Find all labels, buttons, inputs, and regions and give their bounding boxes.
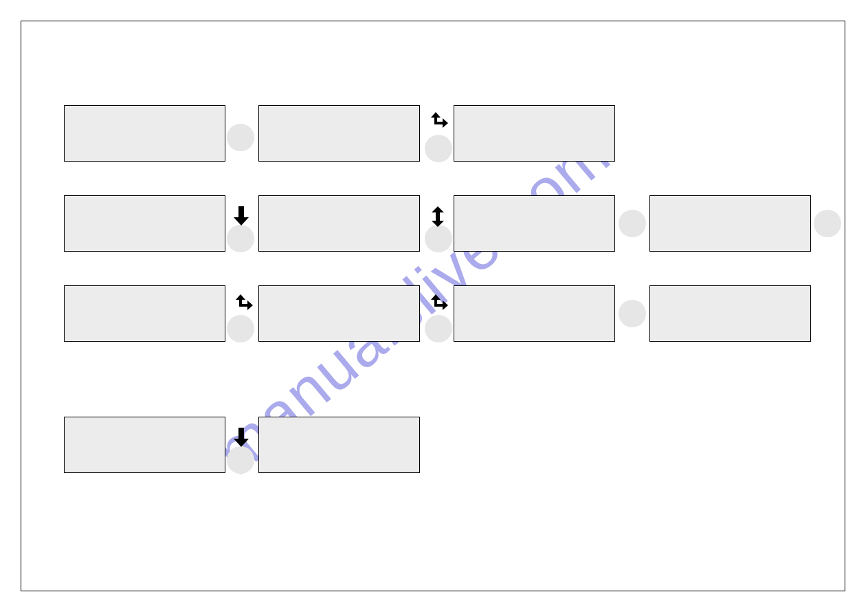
box-r3c2: [258, 285, 420, 342]
box-r3c1: [64, 285, 225, 342]
box-r1c3: [454, 105, 615, 162]
connector-circle: [227, 446, 254, 474]
connector-circle: [425, 225, 452, 252]
box-r1c2: [258, 105, 420, 162]
box-r3c3: [454, 285, 615, 342]
connector-circle: [227, 225, 254, 252]
connector-circle: [619, 210, 646, 237]
box-r2c1: [64, 195, 225, 252]
connector-circle: [425, 315, 452, 342]
box-r3c4: [649, 285, 811, 342]
connector-circle: [619, 300, 646, 327]
box-r1c1: [64, 105, 225, 162]
connector-circle: [227, 124, 254, 151]
box-r2c4: [649, 195, 811, 252]
box-r4c2: [258, 417, 420, 473]
arrow-up-right-icon: [427, 112, 448, 133]
connector-circle: [227, 315, 254, 342]
arrow-down-icon: [234, 206, 249, 226]
box-r2c3: [454, 195, 615, 252]
arrow-up-right-icon: [232, 294, 253, 315]
arrow-down-icon: [234, 428, 249, 447]
arrow-up-down-icon: [430, 206, 445, 227]
connector-circle: [814, 210, 841, 237]
box-r2c2: [258, 195, 420, 252]
box-r4c1: [64, 417, 225, 473]
arrow-up-right-icon: [427, 294, 448, 315]
connector-circle: [425, 135, 452, 162]
